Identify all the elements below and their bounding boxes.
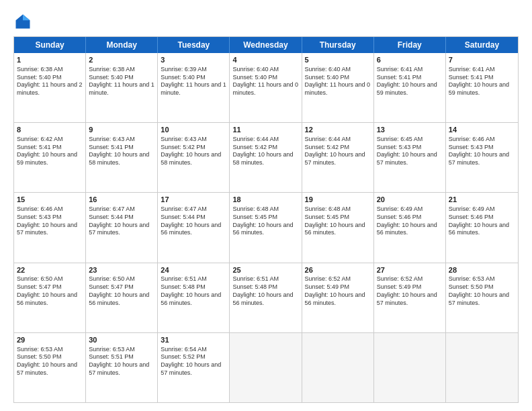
calendar-cell: 27Sunrise: 6:52 AM Sunset: 5:49 PM Dayli…	[374, 263, 446, 332]
day-number: 5	[305, 55, 371, 65]
calendar-cell	[446, 333, 518, 402]
calendar-cell: 3Sunrise: 6:39 AM Sunset: 5:40 PM Daylig…	[158, 53, 230, 122]
calendar-cell: 15Sunrise: 6:46 AM Sunset: 5:43 PM Dayli…	[14, 193, 86, 262]
day-number: 19	[305, 195, 371, 205]
day-number: 13	[377, 125, 443, 135]
calendar-cell: 2Sunrise: 6:38 AM Sunset: 5:40 PM Daylig…	[86, 53, 158, 122]
calendar-cell: 1Sunrise: 6:38 AM Sunset: 5:40 PM Daylig…	[14, 53, 86, 122]
cell-info: Sunrise: 6:45 AM Sunset: 5:43 PM Dayligh…	[377, 136, 443, 167]
day-number: 27	[377, 265, 443, 275]
day-number: 3	[161, 55, 226, 65]
cell-info: Sunrise: 6:52 AM Sunset: 5:49 PM Dayligh…	[377, 275, 443, 307]
cell-info: Sunrise: 6:51 AM Sunset: 5:48 PM Dayligh…	[232, 275, 298, 307]
calendar-cell: 19Sunrise: 6:48 AM Sunset: 5:45 PM Dayli…	[302, 193, 374, 262]
header-tuesday: Tuesday	[158, 37, 230, 53]
day-number: 30	[89, 335, 154, 345]
calendar-cell: 16Sunrise: 6:47 AM Sunset: 5:44 PM Dayli…	[86, 193, 158, 262]
day-number: 6	[377, 55, 443, 65]
calendar-cell: 4Sunrise: 6:40 AM Sunset: 5:40 PM Daylig…	[230, 53, 302, 122]
cell-info: Sunrise: 6:43 AM Sunset: 5:42 PM Dayligh…	[161, 136, 226, 167]
day-number: 2	[89, 55, 154, 65]
cell-info: Sunrise: 6:40 AM Sunset: 5:40 PM Dayligh…	[232, 66, 298, 97]
cell-info: Sunrise: 6:46 AM Sunset: 5:43 PM Dayligh…	[17, 205, 83, 237]
cell-info: Sunrise: 6:49 AM Sunset: 5:46 PM Dayligh…	[377, 205, 443, 237]
day-number: 17	[161, 195, 226, 205]
calendar-cell: 17Sunrise: 6:47 AM Sunset: 5:44 PM Dayli…	[158, 193, 230, 262]
calendar-row-4: 29Sunrise: 6:53 AM Sunset: 5:50 PM Dayli…	[14, 332, 518, 402]
calendar-cell: 8Sunrise: 6:42 AM Sunset: 5:41 PM Daylig…	[14, 123, 86, 192]
calendar-cell: 22Sunrise: 6:50 AM Sunset: 5:47 PM Dayli…	[14, 263, 86, 332]
calendar-row-2: 15Sunrise: 6:46 AM Sunset: 5:43 PM Dayli…	[14, 192, 518, 262]
day-number: 31	[161, 335, 226, 345]
calendar-row-3: 22Sunrise: 6:50 AM Sunset: 5:47 PM Dayli…	[14, 263, 518, 332]
day-number: 28	[449, 265, 515, 275]
day-number: 15	[17, 195, 83, 205]
cell-info: Sunrise: 6:48 AM Sunset: 5:45 PM Dayligh…	[232, 205, 298, 237]
cell-info: Sunrise: 6:48 AM Sunset: 5:45 PM Dayligh…	[305, 205, 371, 237]
day-number: 7	[449, 55, 515, 65]
calendar-header: Sunday Monday Tuesday Wednesday Thursday…	[14, 37, 518, 53]
day-number: 24	[161, 265, 226, 275]
cell-info: Sunrise: 6:53 AM Sunset: 5:50 PM Dayligh…	[449, 275, 515, 307]
cell-info: Sunrise: 6:38 AM Sunset: 5:40 PM Dayligh…	[17, 66, 83, 97]
calendar-cell	[374, 333, 446, 402]
calendar-cell: 29Sunrise: 6:53 AM Sunset: 5:50 PM Dayli…	[14, 333, 86, 402]
calendar-cell: 21Sunrise: 6:49 AM Sunset: 5:46 PM Dayli…	[446, 193, 518, 262]
calendar-cell: 7Sunrise: 6:41 AM Sunset: 5:41 PM Daylig…	[446, 53, 518, 122]
calendar-cell: 5Sunrise: 6:40 AM Sunset: 5:40 PM Daylig…	[302, 53, 374, 122]
calendar-cell: 12Sunrise: 6:44 AM Sunset: 5:42 PM Dayli…	[302, 123, 374, 192]
cell-info: Sunrise: 6:50 AM Sunset: 5:47 PM Dayligh…	[89, 275, 154, 307]
day-number: 29	[17, 335, 83, 345]
calendar-cell: 30Sunrise: 6:53 AM Sunset: 5:51 PM Dayli…	[86, 333, 158, 402]
cell-info: Sunrise: 6:53 AM Sunset: 5:51 PM Dayligh…	[89, 346, 154, 377]
svg-marker-1	[23, 15, 30, 21]
calendar-cell: 25Sunrise: 6:51 AM Sunset: 5:48 PM Dayli…	[230, 263, 302, 332]
day-number: 1	[17, 55, 83, 65]
day-number: 26	[305, 265, 371, 275]
page: Sunday Monday Tuesday Wednesday Thursday…	[0, 0, 532, 411]
day-number: 23	[89, 265, 154, 275]
header-wednesday: Wednesday	[230, 37, 302, 53]
cell-info: Sunrise: 6:40 AM Sunset: 5:40 PM Dayligh…	[305, 66, 371, 97]
cell-info: Sunrise: 6:44 AM Sunset: 5:42 PM Dayligh…	[305, 136, 371, 167]
calendar-body: 1Sunrise: 6:38 AM Sunset: 5:40 PM Daylig…	[14, 53, 518, 402]
logo-icon	[13, 12, 32, 31]
calendar: Sunday Monday Tuesday Wednesday Thursday…	[13, 36, 519, 403]
cell-info: Sunrise: 6:51 AM Sunset: 5:48 PM Dayligh…	[161, 275, 226, 307]
calendar-row-0: 1Sunrise: 6:38 AM Sunset: 5:40 PM Daylig…	[14, 53, 518, 122]
calendar-cell: 13Sunrise: 6:45 AM Sunset: 5:43 PM Dayli…	[374, 123, 446, 192]
cell-info: Sunrise: 6:41 AM Sunset: 5:41 PM Dayligh…	[449, 66, 515, 97]
day-number: 21	[449, 195, 515, 205]
day-number: 16	[89, 195, 154, 205]
day-number: 9	[89, 125, 154, 135]
header-friday: Friday	[374, 37, 446, 53]
cell-info: Sunrise: 6:53 AM Sunset: 5:50 PM Dayligh…	[17, 346, 83, 377]
calendar-cell: 28Sunrise: 6:53 AM Sunset: 5:50 PM Dayli…	[446, 263, 518, 332]
cell-info: Sunrise: 6:54 AM Sunset: 5:52 PM Dayligh…	[161, 346, 226, 377]
cell-info: Sunrise: 6:47 AM Sunset: 5:44 PM Dayligh…	[89, 205, 154, 237]
day-number: 11	[232, 125, 298, 135]
day-number: 4	[232, 55, 298, 65]
calendar-cell: 24Sunrise: 6:51 AM Sunset: 5:48 PM Dayli…	[158, 263, 230, 332]
day-number: 8	[17, 125, 83, 135]
cell-info: Sunrise: 6:49 AM Sunset: 5:46 PM Dayligh…	[449, 205, 515, 237]
header-thursday: Thursday	[302, 37, 374, 53]
day-number: 18	[232, 195, 298, 205]
calendar-cell: 31Sunrise: 6:54 AM Sunset: 5:52 PM Dayli…	[158, 333, 230, 402]
calendar-cell: 20Sunrise: 6:49 AM Sunset: 5:46 PM Dayli…	[374, 193, 446, 262]
calendar-cell: 10Sunrise: 6:43 AM Sunset: 5:42 PM Dayli…	[158, 123, 230, 192]
cell-info: Sunrise: 6:38 AM Sunset: 5:40 PM Dayligh…	[89, 66, 154, 97]
calendar-cell: 14Sunrise: 6:46 AM Sunset: 5:43 PM Dayli…	[446, 123, 518, 192]
cell-info: Sunrise: 6:43 AM Sunset: 5:41 PM Dayligh…	[89, 136, 154, 167]
cell-info: Sunrise: 6:39 AM Sunset: 5:40 PM Dayligh…	[161, 66, 226, 97]
logo	[13, 12, 36, 31]
cell-info: Sunrise: 6:44 AM Sunset: 5:42 PM Dayligh…	[232, 136, 298, 167]
cell-info: Sunrise: 6:52 AM Sunset: 5:49 PM Dayligh…	[305, 275, 371, 307]
calendar-cell: 23Sunrise: 6:50 AM Sunset: 5:47 PM Dayli…	[86, 263, 158, 332]
header-sunday: Sunday	[14, 37, 86, 53]
cell-info: Sunrise: 6:41 AM Sunset: 5:41 PM Dayligh…	[377, 66, 443, 97]
calendar-cell: 11Sunrise: 6:44 AM Sunset: 5:42 PM Dayli…	[230, 123, 302, 192]
day-number: 14	[449, 125, 515, 135]
calendar-cell: 6Sunrise: 6:41 AM Sunset: 5:41 PM Daylig…	[374, 53, 446, 122]
calendar-cell: 26Sunrise: 6:52 AM Sunset: 5:49 PM Dayli…	[302, 263, 374, 332]
